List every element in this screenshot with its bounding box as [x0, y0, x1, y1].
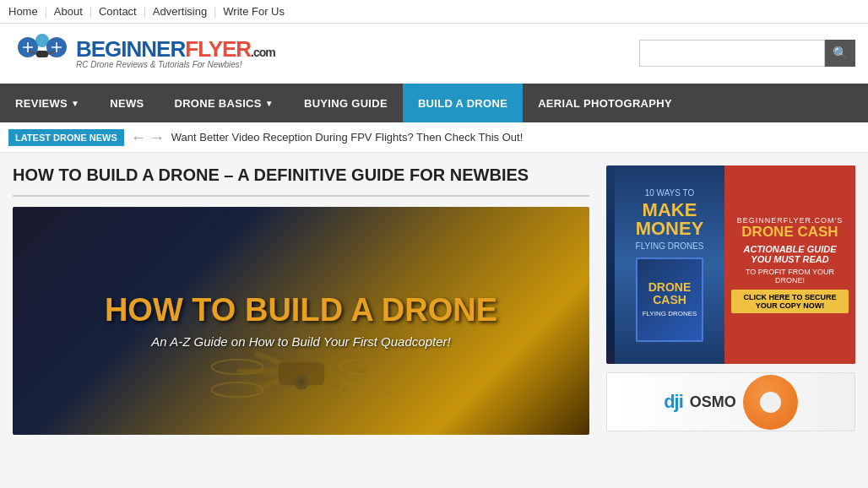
ad-drone-cash[interactable]: 10 WAYS TO MAKEMONEY FLYING DRONES DRONE…	[606, 165, 855, 364]
topnav-advertising[interactable]: Advertising	[146, 5, 214, 18]
topnav-contact[interactable]: Contact	[92, 5, 144, 18]
ad-10ways: 10 WAYS TO	[645, 188, 695, 198]
top-nav-bar: Home | About | Contact | Advertising | W…	[0, 0, 868, 24]
ad2-content: dji OSMO	[664, 375, 798, 430]
ticker-text: Want Better Video Reception During FPV F…	[171, 131, 860, 144]
content-area: HOW TO BUILD A DRONE – A DEFINITIVE GUID…	[0, 153, 868, 447]
search-button[interactable]: 🔍	[825, 40, 855, 67]
ad-book-cover: DRONECASH FLYING DRONES	[636, 258, 703, 342]
ad-flying-drones: FLYING DRONES	[636, 241, 704, 251]
article-hero-image: HOW TO BUILD A DRONE An A-Z Guide on How…	[13, 207, 589, 435]
svg-point-16	[211, 382, 263, 397]
ad-book-sub: FLYING DRONES	[643, 310, 697, 317]
nav-reviews[interactable]: REVIEWS ▼	[0, 84, 95, 122]
ad-dji-osmo[interactable]: dji OSMO	[606, 372, 855, 431]
nav-aerial-photography[interactable]: AERIAL PHOTOGRAPHY	[523, 84, 687, 122]
ad-right-panel: BEGINNERFLYER.com's DRONE CASH ACTIONABL…	[724, 165, 855, 364]
search-input[interactable]	[639, 40, 825, 67]
svg-point-17	[339, 382, 391, 397]
svg-rect-3	[36, 51, 48, 57]
nav-drone-basics[interactable]: DRONE BASICS ▼	[159, 84, 288, 122]
ticker-prev[interactable]: ←	[131, 130, 146, 145]
ticker-label: LATEST DRONE NEWS	[8, 129, 124, 146]
ad2-product-name: OSMO	[690, 393, 736, 411]
topnav-about[interactable]: About	[47, 5, 90, 18]
nav-news[interactable]: NEWS	[95, 84, 159, 122]
search-icon: 🔍	[833, 46, 849, 61]
nav-build-a-drone[interactable]: BUILD A DRONE	[403, 84, 523, 122]
ad-book-title: DRONECASH	[648, 281, 692, 307]
ad-cta-button[interactable]: CLICK HERE TO SECURE YOUR COPY NOW!	[731, 290, 849, 313]
logo-text: BEGINNERFLYER.com RC Drone Reviews & Tut…	[76, 38, 275, 69]
main-nav: REVIEWS ▼ NEWS DRONE BASICS ▼ BUYING GUI…	[0, 84, 868, 122]
logo-main: BEGINNERFLYER.com	[76, 38, 275, 60]
topnav-write-for-us[interactable]: Write For Us	[216, 5, 291, 18]
reviews-arrow: ▼	[71, 99, 79, 108]
svg-point-20	[297, 379, 305, 387]
ad2-dji-text: dji	[664, 391, 683, 412]
ad-cash-title: DRONE CASH	[741, 225, 838, 241]
ad-make-money: MAKEMONEY	[636, 201, 704, 238]
ad-profit-text: TO PROFIT FROM YOUR DRONE!	[731, 268, 849, 285]
article-image-title: HOW TO BUILD A DRONE	[105, 293, 497, 328]
topnav-home[interactable]: Home	[8, 5, 45, 18]
drone-basics-arrow: ▼	[265, 99, 274, 108]
article-image-sub: An A-Z Guide on How to Build Your First …	[105, 334, 497, 349]
logo-icon	[13, 32, 72, 74]
ad-left-panel: 10 WAYS TO MAKEMONEY FLYING DRONES DRONE…	[615, 165, 724, 364]
nav-buying-guide[interactable]: BUYING GUIDE	[289, 84, 403, 122]
ticker-nav: ← →	[124, 130, 171, 145]
logo-sub: RC Drone Reviews & Tutorials For Newbies…	[76, 60, 275, 69]
ticker-bar: LATEST DRONE NEWS ← → Want Better Video …	[0, 122, 868, 153]
logo-area[interactable]: BEGINNERFLYER.com RC Drone Reviews & Tut…	[13, 32, 275, 74]
left-column: HOW TO BUILD A DRONE – A DEFINITIVE GUID…	[13, 165, 589, 435]
ticker-next[interactable]: →	[149, 130, 165, 145]
ad2-donut-image	[743, 375, 798, 430]
ad2-dji-logo: dji	[664, 391, 683, 413]
search-box: 🔍	[639, 40, 855, 67]
right-column: 10 WAYS TO MAKEMONEY FLYING DRONES DRONE…	[606, 165, 855, 435]
ad-must-read: ACTIONABLE GUIDEYOU MUST READ	[744, 244, 837, 264]
site-header: BEGINNERFLYER.com RC Drone Reviews & Tut…	[0, 24, 868, 84]
article-title: HOW TO BUILD A DRONE – A DEFINITIVE GUID…	[13, 165, 589, 197]
